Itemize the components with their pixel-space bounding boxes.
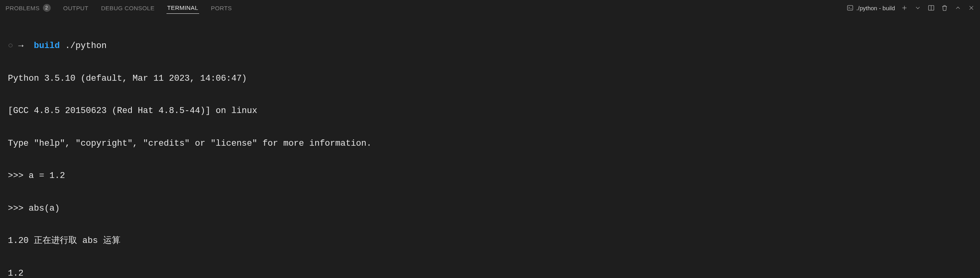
terminal-shell-label: ./python - build: [856, 5, 895, 11]
close-panel-button[interactable]: [967, 4, 975, 12]
terminal-line: 1.2: [8, 268, 972, 278]
terminal-dropdown-chevron-icon[interactable]: [914, 4, 922, 12]
tab-debug-console-label: DEBUG CONSOLE: [101, 5, 155, 11]
tab-terminal-label: TERMINAL: [167, 4, 198, 11]
prompt-line: ○ → build ./python: [8, 41, 972, 52]
terminal-output[interactable]: ○ → build ./python Python 3.5.10 (defaul…: [0, 16, 980, 278]
kill-terminal-button[interactable]: [941, 4, 949, 12]
terminal-line: >>> abs(a): [8, 203, 972, 214]
terminal-line: 1.20 正在进行取 abs 运算: [8, 235, 972, 246]
maximize-panel-button[interactable]: [954, 4, 962, 12]
problems-badge: 2: [43, 4, 51, 12]
tab-output[interactable]: OUTPUT: [63, 2, 89, 14]
svg-rect-0: [847, 6, 853, 10]
tab-problems-label: PROBLEMS: [6, 5, 40, 11]
tab-problems[interactable]: PROBLEMS 2: [5, 2, 52, 14]
tab-ports-label: PORTS: [211, 5, 232, 11]
terminal-line: Python 3.5.10 (default, Mar 11 2023, 14:…: [8, 73, 972, 84]
terminal-shell-dropdown[interactable]: ./python - build: [846, 4, 895, 12]
new-terminal-button[interactable]: [900, 4, 908, 12]
terminal-line: Type "help", "copyright", "credits" or "…: [8, 138, 972, 149]
prompt-dir: build: [34, 41, 60, 51]
tab-terminal[interactable]: TERMINAL: [166, 2, 199, 14]
prompt-command: ./python: [65, 41, 107, 51]
terminal-toolbar: ./python - build: [846, 4, 975, 12]
terminal-line: >>> a = 1.2: [8, 171, 972, 182]
split-terminal-button[interactable]: [927, 4, 935, 12]
tab-output-label: OUTPUT: [63, 5, 89, 11]
terminal-line: [GCC 4.8.5 20150623 (Red Hat 4.8.5-44)] …: [8, 106, 972, 117]
tab-ports[interactable]: PORTS: [210, 2, 233, 14]
terminal-icon: [846, 4, 854, 12]
tab-debug-console[interactable]: DEBUG CONSOLE: [100, 2, 155, 14]
panel-tabbar: PROBLEMS 2 OUTPUT DEBUG CONSOLE TERMINAL…: [0, 0, 980, 16]
